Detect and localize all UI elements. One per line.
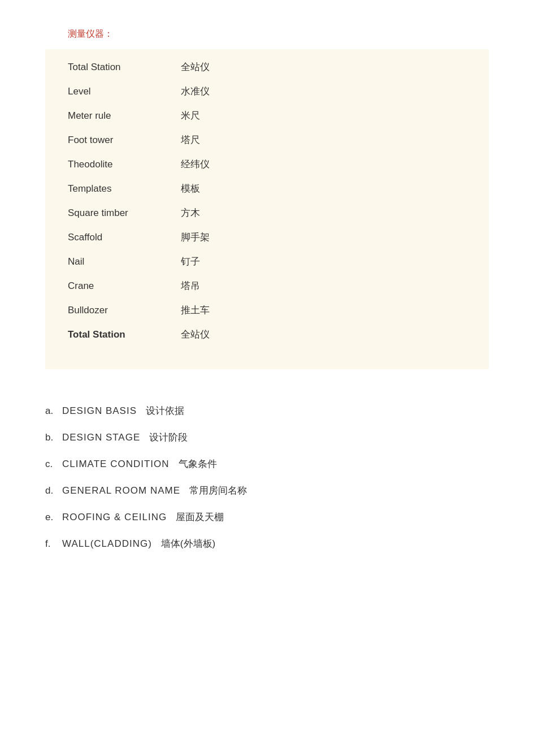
list-english: CLIMATE CONDITION: [62, 459, 170, 470]
list-marker: f.: [45, 538, 62, 550]
vocab-english: Square timber: [68, 208, 181, 219]
vocab-chinese: 米尺: [181, 109, 200, 122]
vocab-english: Meter rule: [68, 110, 181, 122]
vocab-row: Foot tower塔尺: [68, 128, 466, 152]
vocab-english: Level: [68, 86, 181, 97]
vocab-english: Total Station: [68, 329, 181, 340]
vocab-english: Foot tower: [68, 135, 181, 146]
vocab-english: Nail: [68, 256, 181, 267]
list-marker: a.: [45, 405, 62, 417]
vocab-english: Theodolite: [68, 159, 181, 170]
vocab-row: Bulldozer推土车: [68, 298, 466, 322]
vocab-row: Level水准仪: [68, 79, 466, 103]
vocab-english: Templates: [68, 183, 181, 195]
list-chinese: 设计阶段: [149, 431, 188, 444]
list-marker: e.: [45, 512, 62, 523]
list-marker: c.: [45, 459, 62, 470]
list-chinese: 设计依据: [146, 404, 184, 417]
vocab-table: Total Station全站仪Level水准仪Meter rule米尺Foot…: [45, 49, 489, 369]
vocab-chinese: 经纬仪: [181, 158, 210, 171]
vocab-chinese: 塔尺: [181, 133, 200, 146]
list-section: a.DESIGN BASIS设计依据b.DESIGN STAGE设计阶段c.CL…: [0, 381, 534, 557]
vocab-chinese: 塔吊: [181, 279, 200, 292]
vocab-row: Square timber方木: [68, 201, 466, 225]
vocab-row: Crane塔吊: [68, 274, 466, 298]
list-chinese: 屋面及天棚: [176, 511, 224, 524]
list-content: WALL(CLADDING)墙体(外墙板): [62, 537, 215, 550]
list-english: DESIGN STAGE: [62, 432, 140, 443]
list-item: a.DESIGN BASIS设计依据: [45, 398, 489, 424]
list-english: WALL(CLADDING): [62, 538, 152, 550]
list-item: e.ROOFING & CEILING屋面及天棚: [45, 504, 489, 530]
vocab-chinese: 全站仪: [181, 328, 210, 341]
list-content: ROOFING & CEILING屋面及天棚: [62, 511, 224, 524]
list-item: b.DESIGN STAGE设计阶段: [45, 424, 489, 451]
list-item: c.CLIMATE CONDITION气象条件: [45, 451, 489, 477]
vocab-chinese: 脚手架: [181, 231, 210, 244]
list-content: DESIGN STAGE设计阶段: [62, 431, 188, 444]
list-english: DESIGN BASIS: [62, 405, 137, 417]
vocab-chinese: 水准仪: [181, 85, 210, 98]
vocab-chinese: 方木: [181, 206, 200, 219]
list-chinese: 墙体(外墙板): [161, 537, 215, 550]
list-english: GENERAL ROOM NAME: [62, 485, 180, 496]
list-content: DESIGN BASIS设计依据: [62, 404, 184, 417]
vocab-row: Total Station全站仪: [68, 55, 466, 79]
list-content: CLIMATE CONDITION气象条件: [62, 457, 217, 470]
page-container: 测量仪器： Total Station全站仪Level水准仪Meter rule…: [0, 0, 534, 756]
vocab-row: Total Station全站仪: [68, 322, 466, 347]
vocab-english: Scaffold: [68, 232, 181, 243]
list-english: ROOFING & CEILING: [62, 512, 167, 523]
list-marker: d.: [45, 485, 62, 496]
vocab-row: Scaffold脚手架: [68, 225, 466, 249]
vocab-chinese: 模板: [181, 182, 200, 195]
vocab-chinese: 钉子: [181, 255, 200, 268]
section-header: 测量仪器：: [0, 23, 534, 46]
list-content: GENERAL ROOM NAME常用房间名称: [62, 484, 247, 497]
list-item: f.WALL(CLADDING)墙体(外墙板): [45, 530, 489, 557]
vocab-english: Bulldozer: [68, 305, 181, 316]
list-chinese: 常用房间名称: [189, 484, 247, 497]
vocab-row: Theodolite经纬仪: [68, 152, 466, 176]
vocab-row: Meter rule米尺: [68, 103, 466, 128]
vocab-chinese: 全站仪: [181, 61, 210, 74]
vocab-english: Total Station: [68, 62, 181, 73]
vocab-row: Templates模板: [68, 176, 466, 201]
vocab-chinese: 推土车: [181, 304, 210, 317]
list-marker: b.: [45, 432, 62, 443]
list-item: d.GENERAL ROOM NAME常用房间名称: [45, 477, 489, 504]
list-chinese: 气象条件: [179, 457, 217, 470]
vocab-row: Nail钉子: [68, 249, 466, 274]
vocab-english: Crane: [68, 280, 181, 292]
